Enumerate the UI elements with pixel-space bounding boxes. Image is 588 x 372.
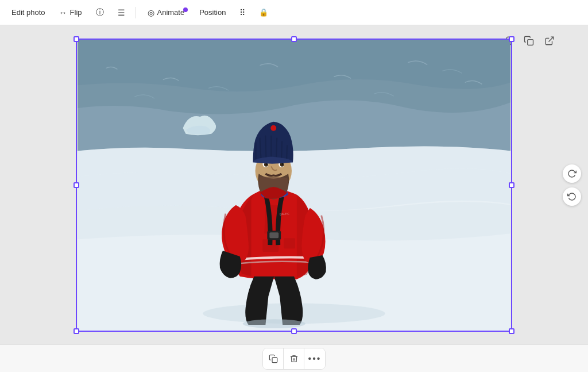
svg-line-2 (549, 37, 554, 41)
toolbar: Edit photo Flip Animate Position (0, 0, 588, 25)
export-float-button[interactable] (542, 33, 557, 48)
svg-point-19 (270, 125, 276, 131)
flip-label: Flip (70, 8, 82, 17)
handle-middle-left[interactable] (74, 182, 79, 188)
handle-top-left[interactable] (74, 36, 79, 42)
svg-point-18 (282, 163, 283, 164)
copy-float-button[interactable] (521, 33, 536, 48)
photo-svg: BALTIC (77, 40, 511, 331)
animate-button[interactable]: Animate (142, 5, 191, 20)
delete-button[interactable] (284, 348, 304, 369)
svg-rect-10 (269, 232, 278, 238)
lock-toolbar-button[interactable] (254, 5, 273, 20)
right-float-buttons (563, 164, 581, 206)
svg-point-21 (243, 319, 305, 328)
image-container: BALTIC (77, 40, 511, 331)
handle-top-right[interactable] (509, 36, 514, 42)
handle-bottom-left[interactable] (74, 328, 79, 334)
handle-bottom-middle[interactable] (291, 328, 297, 334)
info-button[interactable] (91, 5, 109, 21)
bottom-toolbar: ••• (0, 344, 588, 372)
canvas-area: BALTIC (0, 25, 588, 344)
edit-photo-label: Edit photo (11, 8, 45, 17)
bottom-button-group: ••• (262, 348, 326, 370)
position-label: Position (199, 8, 226, 17)
flip-icon (59, 8, 67, 17)
animate-icon (148, 8, 154, 17)
svg-rect-1 (528, 40, 533, 45)
image-frame[interactable]: BALTIC (76, 39, 512, 332)
toolbar-divider-1 (136, 7, 136, 18)
menu-button[interactable] (113, 5, 130, 20)
handle-bottom-right[interactable] (509, 328, 514, 334)
more-options-button[interactable]: ••• (304, 348, 325, 369)
svg-rect-8 (284, 238, 295, 248)
duplicate-button[interactable] (263, 348, 284, 369)
svg-rect-22 (272, 358, 277, 363)
lock-toolbar-icon (259, 8, 268, 17)
flip-button[interactable]: Flip (55, 5, 87, 20)
animate-dot (183, 7, 188, 12)
grid-button[interactable] (235, 5, 250, 20)
edit-photo-button[interactable]: Edit photo (7, 5, 50, 20)
handle-top-middle[interactable] (291, 36, 297, 42)
grid-icon (239, 8, 245, 17)
rotate2-button[interactable] (563, 187, 581, 206)
info-icon (96, 7, 104, 18)
position-button[interactable]: Position (195, 5, 230, 20)
handle-middle-right[interactable] (509, 182, 514, 188)
animate-label: Animate (157, 8, 185, 17)
rotate-button[interactable] (563, 164, 581, 183)
menu-icon (118, 8, 125, 17)
